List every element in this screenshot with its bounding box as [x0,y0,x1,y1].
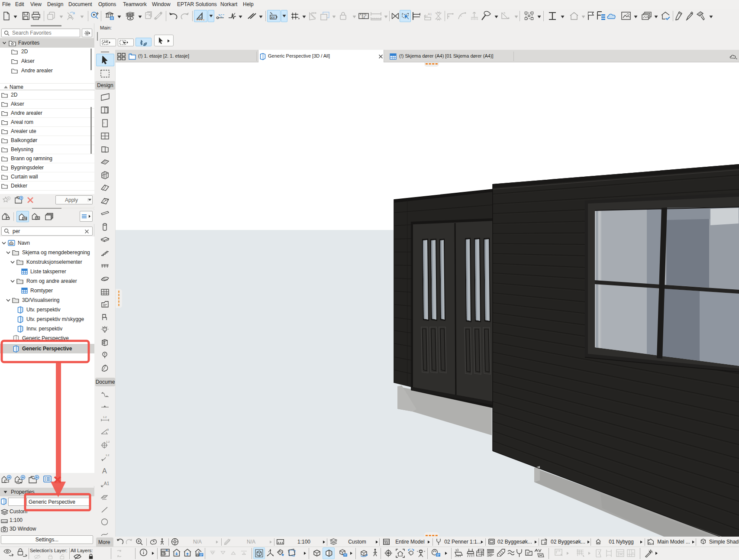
svg-text:A: A [102,467,107,475]
svg-text:XY: XY [271,16,275,19]
svg-text:1.2: 1.2 [106,440,110,443]
svg-text:1.2: 1.2 [103,416,107,418]
svg-text:1.2: 1.2 [106,454,110,456]
svg-text:A1: A1 [104,481,110,486]
svg-text:A1: A1 [428,12,432,16]
svg-text:12: 12 [361,15,365,19]
svg-text:α: α [107,428,109,431]
